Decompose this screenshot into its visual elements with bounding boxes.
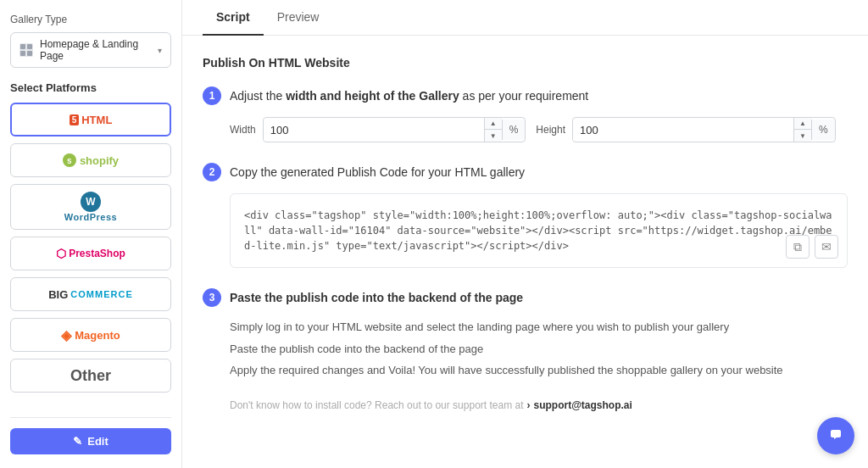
code-text: <div class="tagshop" style="width:100%;h… [244,208,833,254]
svg-rect-2 [20,51,25,56]
step3-label: Paste the publish code into the backend … [230,291,523,304]
step3-block: 3 Paste the publish code into the backen… [203,288,848,379]
magento-logo: ◈ Magento [61,327,120,343]
step3-header: 3 Paste the publish code into the backen… [203,288,848,307]
copy-code-button[interactable]: ⧉ [786,235,810,259]
support-line: Don't know how to install code? Reach ou… [230,399,848,411]
shopify-logo: s shopify [63,153,119,167]
bigc-big: BIG [48,288,68,301]
platform-btn-html[interactable]: 5 HTML [10,103,171,136]
step3-number: 3 [203,288,221,307]
step2-header: 2 Copy the generated Publish Code for yo… [203,163,848,181]
step2-block: 2 Copy the generated Publish Code for yo… [203,163,848,268]
step2-number: 2 [203,163,221,181]
edit-pencil-icon: ✎ [73,435,82,448]
sidebar-footer: ✎ Edit [10,417,171,454]
section-title: Publish On HTML Website [203,56,848,70]
email-code-button[interactable]: ✉ [815,235,838,259]
tab-script[interactable]: Script [203,0,264,36]
edit-button[interactable]: ✎ Edit [10,428,171,454]
bigcommerce-logo: BIG COMMERCE [48,288,133,301]
sidebar: Gallery Type Homepage & Landing Page ▾ S… [0,0,182,468]
support-prefix: Don't know how to install code? Reach ou… [230,399,524,411]
gallery-type-value: Homepage & Landing Page [40,38,151,62]
html-icon: 5 [70,114,80,125]
code-actions: ⧉ ✉ [786,235,838,259]
wp-text: WordPress [64,212,117,222]
platform-btn-wordpress[interactable]: W WordPress [10,184,171,230]
step2-label: Copy the generated Publish Code for your… [230,165,525,179]
gallery-type-label: Gallery Type [10,14,171,25]
width-up-btn[interactable]: ▲ [485,118,502,130]
arrow-right-icon: › [527,399,531,411]
width-input[interactable] [264,120,484,141]
step1-label: Adjust the width and height of the Galle… [230,89,588,103]
step3-line2: Paste the publish code into the backend … [230,341,848,358]
step3-line1: Simply log in to your HTML website and s… [230,319,848,336]
chat-icon [826,425,845,448]
content-area: Publish On HTML Website 1 Adjust the wid… [182,36,868,468]
width-label: Width [230,124,256,136]
bigc-commerce: COMMERCE [70,289,132,299]
platform-btn-shopify[interactable]: s shopify [10,143,171,177]
copy-icon: ⧉ [793,240,802,254]
svg-rect-0 [20,44,25,49]
select-platforms-label: Select Platforms [10,81,171,94]
platform-btn-prestashop[interactable]: ⬡ PrestaShop [10,237,171,270]
other-label: Other [70,367,111,385]
presta-icon: ⬡ [56,247,66,260]
platform-btn-magento[interactable]: ◈ Magento [10,318,171,352]
platform-btn-bigcommerce[interactable]: BIG COMMERCE [10,277,171,311]
edit-button-label: Edit [87,435,108,448]
step1-block: 1 Adjust the width and height of the Gal… [203,86,848,142]
width-spinner: ▲ ▼ [484,118,502,142]
support-email-link[interactable]: support@tagshop.ai [534,399,632,411]
height-input[interactable] [573,120,793,141]
code-block: <div class="tagshop" style="width:100%;h… [230,193,848,268]
chat-button[interactable] [817,417,854,454]
height-unit: % [811,120,835,140]
step3-content: Simply log in to your HTML website and s… [230,319,848,379]
wordpress-logo: W WordPress [64,192,117,222]
shopify-icon: s [63,153,76,167]
platform-btn-other[interactable]: Other [10,359,171,393]
height-down-btn[interactable]: ▼ [794,130,811,142]
gallery-type-select[interactable]: Homepage & Landing Page ▾ [10,32,171,68]
width-down-btn[interactable]: ▼ [485,130,502,142]
main-content: Script Preview Publish On HTML Website 1… [182,0,868,468]
height-group: Height ▲ ▼ % [536,117,835,142]
chevron-down-icon: ▾ [158,46,162,55]
magento-icon: ◈ [61,327,71,343]
svg-rect-1 [27,44,32,49]
height-spinner: ▲ ▼ [793,118,811,142]
dimension-row: Width ▲ ▼ % Height [230,117,848,142]
tab-preview[interactable]: Preview [264,0,333,36]
step3-line3: Apply the required changes and Voila! Yo… [230,362,848,379]
html-logo: 5 HTML [70,114,113,126]
width-group: Width ▲ ▼ % [230,117,526,142]
height-input-wrap: ▲ ▼ % [572,117,836,142]
wp-icon: W [81,192,101,212]
email-icon: ✉ [821,240,832,254]
step1-number: 1 [203,86,221,105]
gallery-type-icon [19,43,33,57]
step1-header: 1 Adjust the width and height of the Gal… [203,86,848,105]
svg-rect-3 [27,51,32,56]
height-up-btn[interactable]: ▲ [794,118,811,130]
tabs-bar: Script Preview [182,0,868,36]
platform-list: 5 HTML s shopify W WordPress ⬡ PrestaSho… [10,103,171,417]
prestashop-logo: ⬡ PrestaShop [56,247,125,260]
width-input-wrap: ▲ ▼ % [263,117,526,142]
height-label: Height [536,124,565,136]
width-unit: % [502,120,526,140]
